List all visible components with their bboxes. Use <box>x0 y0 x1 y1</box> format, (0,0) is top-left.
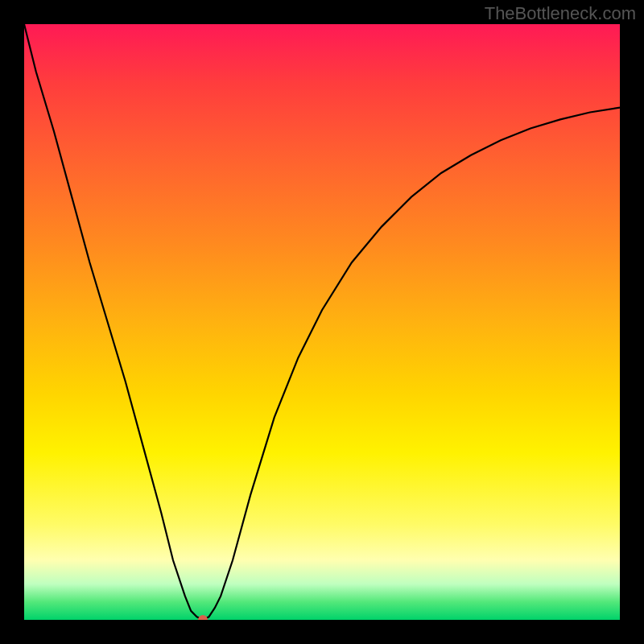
bottleneck-curve-svg <box>24 24 620 620</box>
bottleneck-curve-path <box>24 24 620 620</box>
plot-area <box>24 24 620 620</box>
watermark-label: TheBottleneck.com <box>485 3 636 24</box>
optimal-point-marker <box>198 615 208 620</box>
